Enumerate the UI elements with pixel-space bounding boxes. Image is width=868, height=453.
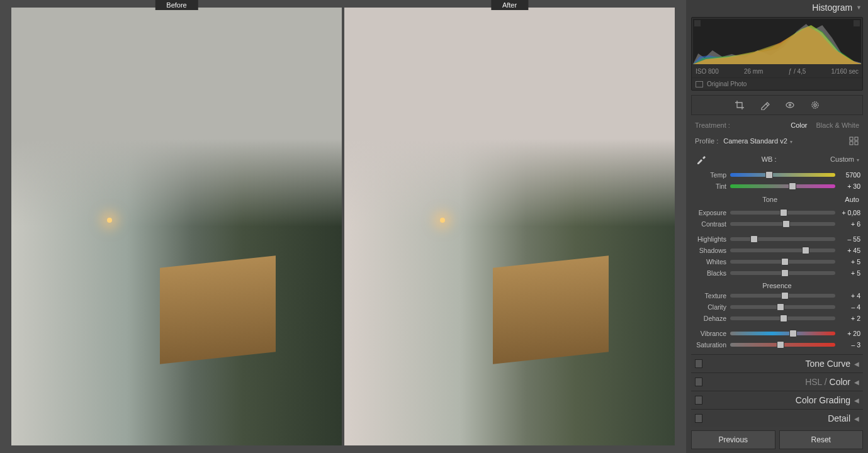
before-label: Before bbox=[155, 0, 198, 10]
redeye-tool-icon[interactable] bbox=[784, 99, 796, 111]
contrast-label: Contrast bbox=[694, 220, 726, 228]
shadows-label: Shadows bbox=[694, 247, 726, 254]
histogram-title: Histogram bbox=[812, 3, 852, 13]
wb-dropdown[interactable]: Custom▾ bbox=[830, 155, 859, 163]
blacks-slider[interactable] bbox=[730, 271, 835, 275]
wb-label: WB : bbox=[707, 155, 830, 163]
panel-switch-icon[interactable] bbox=[695, 414, 702, 423]
panel-switch-icon[interactable] bbox=[695, 378, 702, 386]
svg-point-0 bbox=[786, 103, 794, 108]
shadows-value[interactable]: + 45 bbox=[839, 247, 860, 254]
chevron-left-icon: ◀ bbox=[854, 415, 859, 422]
dehaze-value[interactable]: + 2 bbox=[839, 315, 860, 322]
masking-tool-icon[interactable] bbox=[809, 99, 821, 111]
collapse-icon: ▼ bbox=[856, 4, 862, 11]
clarity-value[interactable]: – 4 bbox=[839, 303, 860, 311]
blacks-value[interactable]: + 5 bbox=[839, 269, 860, 277]
svg-point-2 bbox=[812, 102, 818, 108]
histogram-header[interactable]: Histogram ▼ bbox=[686, 0, 868, 15]
clarity-slider[interactable] bbox=[730, 305, 835, 309]
profile-browser-icon[interactable] bbox=[849, 137, 859, 145]
vibrance-label: Vibrance bbox=[694, 330, 726, 337]
exposure-value[interactable]: + 0,08 bbox=[839, 209, 860, 216]
exif-shutter: 1/160 sec bbox=[831, 68, 859, 75]
highlights-slider[interactable] bbox=[730, 237, 835, 241]
tint-row: Tint + 30 bbox=[691, 181, 863, 192]
exposure-slider[interactable] bbox=[730, 211, 835, 215]
highlights-label: Highlights bbox=[694, 235, 726, 243]
compare-preview: Before After bbox=[0, 0, 686, 453]
develop-panel: Histogram ▼ ISO 800 26 mm ƒ / 4,5 1/160 bbox=[686, 0, 868, 453]
histogram[interactable] bbox=[693, 19, 861, 64]
profile-row: Profile : Camera Standard v2▾ bbox=[691, 133, 863, 149]
clarity-label: Clarity bbox=[694, 303, 726, 311]
svg-point-1 bbox=[789, 104, 791, 106]
temp-value[interactable]: 5700 bbox=[839, 171, 860, 179]
temp-row: Temp 5700 bbox=[691, 169, 863, 181]
saturation-slider[interactable] bbox=[730, 343, 835, 347]
profile-dropdown[interactable]: Camera Standard v2▾ bbox=[723, 137, 844, 145]
saturation-value[interactable]: – 3 bbox=[839, 341, 860, 349]
saturation-label: Saturation bbox=[694, 341, 726, 349]
tint-slider[interactable] bbox=[730, 184, 835, 188]
photo-counter bbox=[493, 255, 609, 364]
previous-button[interactable]: Previous bbox=[691, 430, 775, 449]
reset-button[interactable]: Reset bbox=[779, 430, 864, 449]
exif-iso: ISO 800 bbox=[696, 68, 719, 75]
auto-button[interactable]: Auto bbox=[845, 196, 859, 203]
chevron-left-icon: ◀ bbox=[854, 397, 859, 404]
photo-counter bbox=[160, 255, 276, 364]
checkbox-icon bbox=[696, 81, 703, 87]
chevron-left-icon: ◀ bbox=[854, 379, 859, 386]
after-label: After bbox=[491, 0, 528, 10]
histogram-svg bbox=[693, 19, 861, 64]
contrast-value[interactable]: + 6 bbox=[839, 220, 860, 228]
shadows-slider[interactable] bbox=[730, 249, 835, 252]
panel-switch-icon[interactable] bbox=[695, 359, 702, 368]
tone-label: Tone bbox=[762, 196, 777, 203]
chevron-left-icon: ◀ bbox=[854, 361, 859, 367]
dehaze-slider[interactable] bbox=[730, 316, 835, 320]
treatment-bw[interactable]: Black & White bbox=[816, 121, 859, 129]
wb-eyedropper-icon[interactable] bbox=[695, 153, 707, 165]
svg-rect-4 bbox=[850, 137, 853, 140]
before-pane: Before bbox=[11, 0, 342, 453]
tonecurve-panel-header[interactable]: Tone Curve◀ bbox=[691, 355, 863, 372]
after-pane: After bbox=[344, 0, 675, 453]
temp-slider[interactable] bbox=[730, 173, 835, 177]
exposure-label: Exposure bbox=[694, 209, 726, 216]
photo-lamp bbox=[107, 218, 112, 223]
texture-slider[interactable] bbox=[730, 294, 835, 298]
dehaze-label: Dehaze bbox=[694, 315, 726, 322]
crop-tool-icon[interactable] bbox=[734, 99, 745, 111]
tone-header: Tone Auto bbox=[691, 192, 863, 207]
texture-label: Texture bbox=[694, 292, 726, 299]
exif-aperture: ƒ / 4,5 bbox=[789, 68, 806, 75]
texture-value[interactable]: + 4 bbox=[839, 292, 860, 299]
contrast-slider[interactable] bbox=[730, 222, 835, 226]
presence-label: Presence bbox=[691, 279, 863, 290]
whites-slider[interactable] bbox=[730, 260, 835, 264]
whites-value[interactable]: + 5 bbox=[839, 258, 860, 266]
original-photo-toggle[interactable]: Original Photo bbox=[692, 77, 862, 90]
svg-rect-6 bbox=[850, 142, 853, 145]
exif-focal: 26 mm bbox=[744, 68, 764, 75]
treatment-row: Treatment : Color Black & White bbox=[691, 118, 863, 133]
vibrance-value[interactable]: + 20 bbox=[839, 330, 860, 337]
wb-head: WB : Custom▾ bbox=[691, 149, 863, 169]
vibrance-slider[interactable] bbox=[730, 332, 835, 335]
tool-strip bbox=[691, 95, 863, 115]
treatment-color[interactable]: Color bbox=[791, 121, 807, 129]
colorgrading-panel-header[interactable]: Color Grading◀ bbox=[691, 391, 863, 409]
detail-panel-header[interactable]: Detail◀ bbox=[691, 410, 863, 427]
before-image[interactable] bbox=[11, 8, 342, 445]
hsl-panel-header[interactable]: HSL / Color◀ bbox=[691, 373, 863, 391]
treatment-label: Treatment : bbox=[695, 121, 730, 129]
after-image[interactable] bbox=[344, 8, 675, 445]
highlights-value[interactable]: – 55 bbox=[839, 235, 860, 243]
heal-brush-icon[interactable] bbox=[759, 99, 770, 111]
panel-switch-icon[interactable] bbox=[695, 396, 702, 405]
exif-row: ISO 800 26 mm ƒ / 4,5 1/160 sec bbox=[692, 65, 862, 77]
profile-label: Profile : bbox=[695, 137, 718, 145]
tint-value[interactable]: + 30 bbox=[839, 182, 860, 190]
